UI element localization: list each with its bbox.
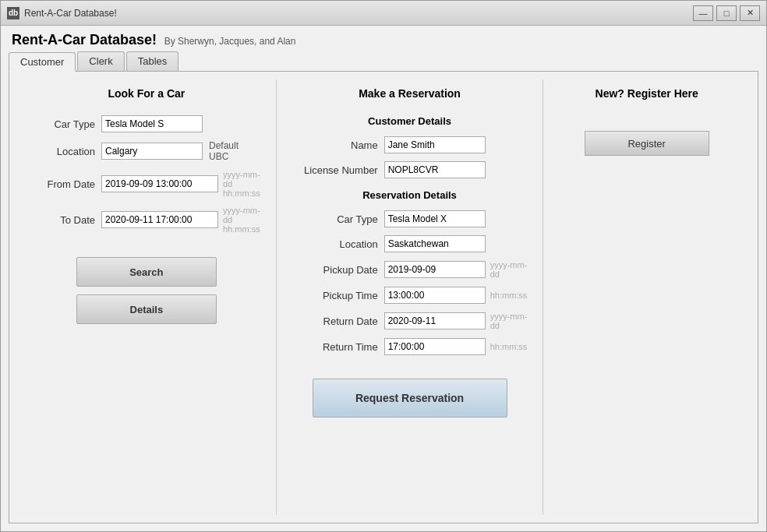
- make-reservation-panel: Make a Reservation Customer Details Name…: [276, 79, 544, 515]
- from-date-input[interactable]: [101, 175, 218, 192]
- search-button[interactable]: Search: [76, 257, 217, 287]
- to-date-hint: yyyy-mm-dd hh:mm:ss: [223, 206, 260, 234]
- pickup-time-row: Pickup Time hh:mm:ss: [292, 287, 528, 304]
- register-section: Register: [559, 115, 734, 156]
- request-btn-container: Request Reservation: [292, 363, 528, 417]
- to-date-input[interactable]: [101, 211, 218, 228]
- res-car-type-label: Car Type: [292, 213, 378, 225]
- return-time-row: Return Time hh:mm:ss: [292, 338, 528, 355]
- look-for-car-panel: Look For a Car Car Type Location Default…: [17, 79, 276, 515]
- register-button[interactable]: Register: [585, 131, 709, 156]
- location-row: Location Default UBC: [33, 140, 260, 162]
- pickup-time-hint: hh:mm:ss: [490, 291, 528, 300]
- return-time-input[interactable]: [384, 338, 486, 355]
- return-time-label: Return Time: [292, 341, 378, 353]
- window-controls: — □ ✕: [693, 5, 760, 21]
- main-grid: Look For a Car Car Type Location Default…: [17, 79, 750, 515]
- app-subtitle: By Sherwyn, Jacques, and Alan: [164, 36, 296, 47]
- name-label: Name: [292, 139, 378, 151]
- res-location-label: Location: [292, 238, 378, 250]
- location-input[interactable]: [101, 143, 203, 160]
- from-date-label: From Date: [33, 178, 95, 190]
- return-time-hint: hh:mm:ss: [490, 342, 528, 351]
- name-input[interactable]: [384, 136, 486, 153]
- tabs-bar: Customer Clerk Tables: [1, 51, 766, 71]
- maximize-button[interactable]: □: [716, 5, 737, 21]
- car-type-input[interactable]: [101, 115, 203, 132]
- res-location-row: Location: [292, 235, 528, 252]
- reservation-details-title: Reservation Details: [292, 189, 528, 201]
- pickup-date-row: Pickup Date yyyy-mm-dd: [292, 260, 528, 279]
- res-car-type-input[interactable]: [384, 210, 486, 227]
- license-row: License Number: [292, 161, 528, 178]
- register-title: New? Register Here: [559, 87, 734, 100]
- window-title: Rent-A-Car Database!: [24, 8, 117, 19]
- pickup-date-hint: yyyy-mm-dd: [490, 260, 528, 279]
- to-date-row: To Date yyyy-mm-dd hh:mm:ss: [33, 206, 260, 234]
- name-row: Name: [292, 136, 528, 153]
- close-button[interactable]: ✕: [740, 5, 760, 21]
- return-date-hint: yyyy-mm-dd: [490, 312, 528, 330]
- location-label: Location: [33, 146, 95, 157]
- from-date-hint: yyyy-mm-dd hh:mm:ss: [223, 170, 260, 198]
- pickup-date-input[interactable]: [384, 261, 486, 278]
- return-date-input[interactable]: [384, 312, 486, 329]
- to-date-label: To Date: [33, 214, 95, 226]
- car-type-row: Car Type: [33, 115, 260, 132]
- content-area: Look For a Car Car Type Location Default…: [9, 71, 758, 523]
- car-type-label: Car Type: [33, 118, 95, 130]
- make-reservation-title: Make a Reservation: [292, 87, 528, 100]
- customer-details-title: Customer Details: [368, 115, 451, 127]
- minimize-button[interactable]: —: [693, 5, 713, 21]
- main-window: db Rent-A-Car Database! — □ ✕ Rent-A-Car…: [0, 0, 767, 532]
- license-input[interactable]: [384, 161, 486, 178]
- pickup-date-label: Pickup Date: [292, 264, 378, 276]
- res-car-type-row: Car Type: [292, 210, 528, 227]
- look-for-car-title: Look For a Car: [33, 87, 260, 100]
- res-location-input[interactable]: [384, 235, 486, 252]
- tab-customer[interactable]: Customer: [9, 52, 76, 72]
- request-reservation-button[interactable]: Request Reservation: [313, 379, 507, 417]
- details-button[interactable]: Details: [76, 294, 217, 324]
- return-date-label: Return Date: [292, 315, 378, 327]
- title-bar: db Rent-A-Car Database! — □ ✕: [1, 1, 766, 26]
- pickup-time-label: Pickup Time: [292, 290, 378, 301]
- return-date-row: Return Date yyyy-mm-dd: [292, 312, 528, 330]
- location-hint: Default UBC: [209, 140, 260, 162]
- reservation-center: Customer Details Name License Number Res…: [292, 115, 528, 417]
- from-date-row: From Date yyyy-mm-dd hh:mm:ss: [33, 170, 260, 198]
- button-section: Search Details: [33, 257, 260, 324]
- tab-tables[interactable]: Tables: [126, 51, 179, 71]
- reservation-form: Name License Number Reservation Details …: [292, 136, 528, 417]
- app-header: Rent-A-Car Database! By Sherwyn, Jacques…: [1, 26, 766, 51]
- tab-clerk[interactable]: Clerk: [77, 51, 124, 71]
- license-label: License Number: [292, 164, 378, 176]
- pickup-time-input[interactable]: [384, 287, 486, 304]
- register-panel: New? Register Here Register: [543, 79, 750, 515]
- app-title: Rent-A-Car Database!: [12, 32, 157, 48]
- title-bar-left: db Rent-A-Car Database!: [7, 7, 117, 19]
- app-icon: db: [7, 7, 19, 19]
